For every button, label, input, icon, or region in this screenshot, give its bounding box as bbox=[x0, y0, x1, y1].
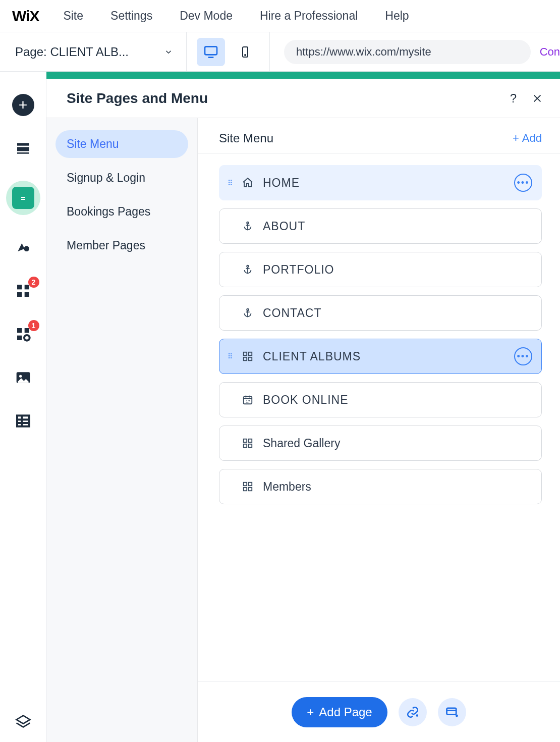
svg-rect-45 bbox=[244, 439, 247, 442]
url-text: https://www.wix.com/mysite bbox=[296, 45, 431, 59]
svg-point-17 bbox=[24, 335, 30, 341]
svg-marker-24 bbox=[16, 716, 30, 724]
add-link-button[interactable] bbox=[399, 698, 427, 726]
canvas-top-border bbox=[46, 72, 560, 79]
add-link-label: Add bbox=[522, 132, 542, 145]
panel-main: Site Menu + Add ⠿ HOME ••• bbox=[198, 118, 560, 742]
menu-item-label: CONTACT bbox=[263, 306, 532, 320]
wix-logo: WiX bbox=[12, 8, 39, 25]
svg-point-27 bbox=[247, 222, 249, 224]
add-dynamic-page-button[interactable] bbox=[438, 698, 466, 726]
add-menu-item-link[interactable]: + Add bbox=[513, 132, 542, 145]
svg-rect-38 bbox=[244, 357, 247, 360]
panel-header: Site Pages and Menu ? bbox=[46, 79, 560, 118]
chevron-down-icon bbox=[164, 47, 173, 57]
rail-sections-button[interactable] bbox=[12, 137, 34, 160]
topmenu-help[interactable]: Help bbox=[385, 9, 409, 23]
image-icon bbox=[15, 369, 31, 386]
svg-rect-15 bbox=[17, 336, 22, 340]
svg-point-3 bbox=[245, 55, 246, 56]
layers-icon bbox=[15, 714, 31, 730]
rail-layers-button[interactable] bbox=[12, 720, 34, 742]
svg-rect-47 bbox=[244, 444, 247, 447]
more-actions-icon[interactable]: ••• bbox=[514, 347, 532, 365]
menu-item-contact[interactable]: ⠿ CONTACT bbox=[219, 295, 542, 331]
topmenu-settings[interactable]: Settings bbox=[110, 9, 152, 23]
rail-apps-button[interactable]: 2 bbox=[12, 280, 34, 302]
sidebar-item-member[interactable]: Member Pages bbox=[55, 232, 188, 259]
panel-sidebar: Site Menu Signup & Login Bookings Pages … bbox=[46, 118, 198, 742]
svg-rect-50 bbox=[249, 483, 252, 486]
top-menu: Site Settings Dev Mode Hire a Profession… bbox=[63, 9, 409, 23]
svg-rect-12 bbox=[17, 292, 22, 297]
svg-rect-7 bbox=[21, 197, 25, 198]
svg-rect-39 bbox=[249, 357, 252, 360]
menu-item-portfolio[interactable]: ⠿ PORTFOLIO bbox=[219, 252, 542, 287]
grid-icon bbox=[241, 351, 255, 362]
close-icon[interactable] bbox=[532, 93, 543, 104]
svg-rect-48 bbox=[249, 444, 252, 447]
svg-rect-14 bbox=[17, 328, 22, 333]
svg-rect-55 bbox=[446, 708, 456, 714]
rail-appmarket-button[interactable]: 1 bbox=[12, 323, 34, 345]
panel-body: Site Menu Signup & Login Bookings Pages … bbox=[46, 118, 560, 742]
desktop-icon bbox=[203, 44, 219, 60]
sidebar-item-signup-login[interactable]: Signup & Login bbox=[55, 164, 188, 192]
svg-rect-11 bbox=[24, 285, 29, 289]
svg-rect-16 bbox=[24, 328, 29, 333]
menu-item-members[interactable]: ⠿ Members bbox=[219, 469, 542, 504]
top-menu-bar: WiX Site Settings Dev Mode Hire a Profes… bbox=[0, 0, 560, 32]
page-selector[interactable]: Page: CLIENT ALB... bbox=[0, 32, 187, 71]
svg-rect-6 bbox=[17, 152, 29, 154]
menu-item-shared-gallery[interactable]: ⠿ Shared Gallery bbox=[219, 426, 542, 461]
svg-rect-51 bbox=[244, 488, 247, 491]
svg-rect-4 bbox=[17, 143, 29, 145]
table-icon bbox=[15, 413, 31, 429]
mobile-device-button[interactable] bbox=[231, 38, 259, 66]
more-actions-icon[interactable]: ••• bbox=[514, 174, 532, 192]
left-rail: + 2 1 bbox=[0, 79, 46, 742]
desktop-device-button[interactable] bbox=[197, 38, 225, 66]
anchor-icon bbox=[241, 307, 255, 319]
panel-footer: + Add Page bbox=[198, 681, 560, 742]
sidebar-item-bookings[interactable]: Bookings Pages bbox=[55, 198, 188, 226]
page-icon bbox=[12, 187, 34, 209]
svg-rect-36 bbox=[244, 352, 247, 355]
dynamic-page-icon bbox=[445, 705, 459, 719]
rail-cms-button[interactable] bbox=[12, 410, 34, 432]
appmarket-badge: 1 bbox=[28, 320, 39, 331]
plus-circle-icon: + bbox=[12, 94, 34, 116]
topmenu-devmode[interactable]: Dev Mode bbox=[180, 9, 233, 23]
menu-item-label: CLIENT ALBUMS bbox=[263, 350, 514, 363]
plus-icon: + bbox=[513, 132, 519, 145]
menu-item-home[interactable]: ⠿ HOME ••• bbox=[219, 165, 542, 200]
topmenu-site[interactable]: Site bbox=[63, 9, 83, 23]
menu-item-book-online[interactable]: ⠿ 17 BOOK ONLINE bbox=[219, 382, 542, 417]
svg-rect-37 bbox=[249, 352, 252, 355]
topmenu-hire[interactable]: Hire a Professional bbox=[260, 9, 358, 23]
drag-handle-icon[interactable]: ⠿ bbox=[228, 352, 235, 360]
link-plus-icon bbox=[406, 706, 419, 719]
rail-pages-button[interactable] bbox=[6, 181, 40, 215]
rail-design-button[interactable] bbox=[12, 236, 34, 258]
url-field[interactable]: https://www.wix.com/mysite bbox=[284, 40, 531, 64]
menu-item-client-albums[interactable]: ⠿ CLIENT ALBUMS ••• bbox=[219, 339, 542, 374]
url-right-text[interactable]: Con bbox=[540, 45, 560, 59]
rail-media-button[interactable] bbox=[12, 366, 34, 389]
menu-list: ⠿ HOME ••• ⠿ ABOUT bbox=[198, 154, 560, 504]
rail-add-button[interactable]: + bbox=[12, 94, 34, 116]
drag-handle-icon[interactable]: ⠿ bbox=[228, 179, 235, 187]
grid-icon bbox=[241, 438, 255, 449]
page-selector-label: Page: CLIENT ALB... bbox=[15, 45, 129, 59]
anchor-icon bbox=[241, 221, 255, 232]
svg-rect-52 bbox=[249, 488, 252, 491]
pages-panel: Site Pages and Menu ? Site Menu Signup &… bbox=[46, 79, 560, 742]
sidebar-item-site-menu[interactable]: Site Menu bbox=[55, 130, 188, 158]
menu-item-label: BOOK ONLINE bbox=[263, 393, 532, 407]
design-icon bbox=[15, 239, 31, 255]
svg-rect-5 bbox=[17, 147, 29, 151]
add-page-button[interactable]: + Add Page bbox=[292, 697, 387, 727]
menu-item-label: ABOUT bbox=[263, 220, 532, 233]
menu-item-about[interactable]: ⠿ ABOUT bbox=[219, 208, 542, 244]
help-icon[interactable]: ? bbox=[510, 91, 517, 105]
